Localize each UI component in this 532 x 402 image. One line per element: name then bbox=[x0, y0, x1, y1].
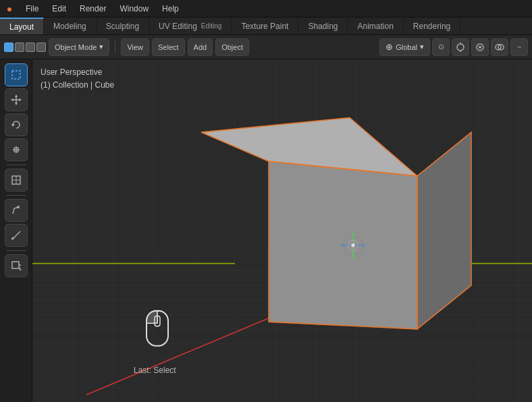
overlay-icon[interactable] bbox=[491, 38, 508, 56]
svg-rect-25 bbox=[12, 262, 19, 268]
tab-shading[interactable]: Shading bbox=[298, 18, 348, 34]
viewport-canvas bbox=[32, 59, 532, 402]
mode-sq-4 bbox=[36, 42, 46, 52]
svg-marker-14 bbox=[11, 124, 15, 127]
svg-point-75 bbox=[351, 243, 355, 247]
last-operation: Last: Select bbox=[134, 366, 176, 375]
annotate-tool-btn[interactable] bbox=[5, 199, 28, 222]
rotate-tool-btn[interactable] bbox=[5, 113, 28, 136]
viewport-info: User Perspective (1) Collection | Cube bbox=[41, 66, 114, 92]
header-toolbar: Object Mode ▾ View Select Add Object ⊕ G… bbox=[0, 35, 532, 59]
tool-sep-3 bbox=[6, 250, 26, 251]
menu-render[interactable]: Render bbox=[73, 0, 113, 18]
svg-rect-7 bbox=[12, 71, 20, 79]
blender-logo-icon[interactable]: ● bbox=[0, 0, 19, 18]
menu-file[interactable]: File bbox=[19, 0, 45, 18]
tool-sep-1 bbox=[6, 165, 26, 165]
svg-point-0 bbox=[457, 44, 464, 51]
right-icons: ⊕ Global ▾ ⊙ ~ bbox=[379, 38, 528, 56]
global-dropdown[interactable]: ⊕ Global ▾ bbox=[379, 38, 430, 56]
menu-window[interactable]: Window bbox=[113, 0, 155, 18]
svg-marker-13 bbox=[19, 98, 22, 101]
tab-texture-paint[interactable]: Texture Paint bbox=[232, 18, 298, 34]
viewport[interactable]: User Perspective (1) Collection | Cube L… bbox=[32, 59, 532, 402]
tab-uv-editing[interactable]: UV Editing Editing bbox=[149, 18, 232, 34]
workspace-tabs: Layout Modeling Sculpting UV Editing Edi… bbox=[0, 18, 532, 35]
left-sidebar bbox=[0, 59, 32, 402]
select-tool-btn[interactable] bbox=[5, 63, 28, 86]
sep-1 bbox=[115, 40, 115, 54]
pivot-icon[interactable]: ⊙ bbox=[432, 38, 450, 56]
snap-icon[interactable] bbox=[452, 38, 469, 56]
measure-tool-btn[interactable] bbox=[5, 224, 28, 247]
proportional-edit-icon[interactable] bbox=[471, 38, 489, 56]
move-tool-btn[interactable] bbox=[5, 88, 28, 111]
tool-sep-2 bbox=[6, 195, 26, 196]
gizmo-icon[interactable]: ~ bbox=[510, 38, 528, 56]
svg-point-4 bbox=[479, 46, 481, 49]
collection-label: (1) Collection | Cube bbox=[41, 79, 114, 92]
top-menubar: ● File Edit Render Window Help bbox=[0, 0, 532, 18]
object-menu[interactable]: Object bbox=[215, 38, 249, 56]
svg-marker-11 bbox=[15, 103, 18, 105]
scale-tool-btn[interactable] bbox=[5, 138, 28, 161]
svg-point-21 bbox=[17, 206, 20, 208]
svg-marker-12 bbox=[11, 98, 14, 101]
tab-sculpting[interactable]: Sculpting bbox=[97, 18, 149, 34]
svg-marker-10 bbox=[15, 94, 18, 97]
mode-sq-3 bbox=[26, 42, 35, 52]
tab-rendering[interactable]: Rendering bbox=[404, 18, 460, 34]
main-area: User Perspective (1) Collection | Cube L… bbox=[0, 59, 532, 402]
perspective-label: User Perspective bbox=[41, 66, 114, 79]
tab-modeling[interactable]: Modeling bbox=[44, 18, 97, 34]
mode-sq-1 bbox=[4, 42, 14, 52]
add-menu[interactable]: Add bbox=[188, 38, 213, 56]
mode-icon-squares bbox=[4, 42, 46, 52]
mode-sq-2 bbox=[15, 42, 24, 52]
tab-layout[interactable]: Layout bbox=[0, 18, 44, 34]
select-menu[interactable]: Select bbox=[152, 38, 185, 56]
transform-tool-btn[interactable] bbox=[5, 169, 28, 192]
menu-edit[interactable]: Edit bbox=[45, 0, 73, 18]
menu-help[interactable]: Help bbox=[155, 0, 186, 18]
view-menu[interactable]: View bbox=[121, 38, 149, 56]
add-primitive-btn[interactable] bbox=[5, 254, 28, 277]
object-mode-btn[interactable]: Object Mode ▾ bbox=[49, 38, 109, 56]
tab-animation[interactable]: Animation bbox=[348, 18, 403, 34]
